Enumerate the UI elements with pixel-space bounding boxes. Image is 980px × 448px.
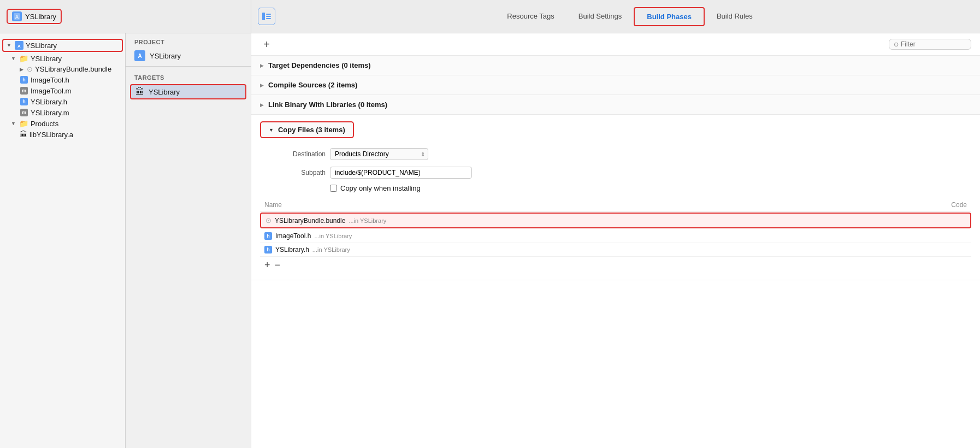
cs-arrow: ▶ [260, 82, 264, 88]
subpath-input[interactable] [330, 167, 472, 179]
tree-label-yslibrary: YSLibrary [31, 55, 62, 63]
products-arrow: ▼ [11, 121, 16, 126]
top-bar: A YSLibrary Resource Tags Build Settings… [0, 0, 980, 33]
nav-item-target[interactable]: 🏛 YSLibrary [130, 84, 246, 99]
tree-label-bundle: YSLibraryBundle.bundle [35, 65, 111, 73]
cf-title: Copy Files (3 items) [278, 126, 345, 134]
sidebar-toggle-icon [262, 13, 271, 20]
lib-icon: 🏛 [20, 130, 27, 139]
project-nav: PROJECT A YSLibrary TARGETS 🏛 YSLibrary [126, 33, 251, 448]
tab-resource-tags[interactable]: Resource Tags [495, 8, 566, 26]
copy-only-checkbox[interactable] [330, 185, 337, 192]
bundle-file-location: ...in YSLibrary [349, 217, 386, 224]
h-icon-yslibrary: h [20, 97, 28, 106]
nav-item-project-label: YSLibrary [150, 52, 181, 60]
filter-box[interactable]: ⊜ [889, 39, 971, 50]
file-row-imagetool-h[interactable]: h ImageTool.h ...in YSLibrary [260, 229, 971, 243]
phase-link-binary: ▶ Link Binary With Libraries (0 items) [251, 95, 980, 115]
tree-label-yslibrary-m: YSLibrary.m [31, 109, 69, 117]
imagetool-h-file-location: ...in YSLibrary [314, 233, 352, 239]
sidebar-toggle-button[interactable] [258, 8, 275, 25]
tab-build-settings[interactable]: Build Settings [566, 8, 634, 26]
folder-arrow-root: ▼ [7, 43, 11, 48]
tree-item-imagetool-h[interactable]: h ImageTool.h [0, 74, 125, 85]
destination-select[interactable]: Products Directory [330, 148, 428, 160]
tab-nav: Resource Tags Build Settings Build Phase… [280, 7, 980, 26]
phase-copy-files: ▼ Copy Files (3 items) Destination Produ… [251, 115, 980, 280]
project-nav-icon: A [134, 50, 145, 61]
tree-label-lib: libYSLibrary.a [29, 131, 73, 139]
bp-toolbar: + ⊜ [251, 33, 980, 56]
copy-only-label: Copy only when installing [340, 184, 421, 192]
tree-label-imagetool-h: ImageTool.h [31, 76, 69, 84]
imagetool-h-file-icon: h [264, 232, 272, 240]
targets-section-header: TARGETS [126, 69, 251, 83]
tree-item-imagetool-m[interactable]: m ImageTool.m [0, 85, 125, 96]
remove-file-button[interactable]: − [275, 260, 281, 270]
filter-icon: ⊜ [894, 41, 899, 48]
name-col-header: Name [264, 201, 914, 209]
folder-icon-yslibrary: 📁 [19, 54, 28, 63]
main-layout: ▼ A YSLibrary ▼ 📁 YSLibrary ▶ ⊙ YSLibrar… [0, 33, 980, 448]
tree-item-root[interactable]: ▼ A YSLibrary [2, 39, 123, 52]
tree-item-yslibrary-folder[interactable]: ▼ 📁 YSLibrary [0, 53, 125, 64]
svg-text:A: A [17, 44, 21, 49]
target-icon: 🏛 [135, 87, 144, 97]
phase-compile-sources-header[interactable]: ▶ Compile Sources (2 items) [251, 75, 980, 95]
bundle-arrow: ▶ [20, 67, 23, 72]
tree-label-yslibrary-h: YSLibrary.h [31, 98, 67, 106]
tree-item-yslibrary-h[interactable]: h YSLibrary.h [0, 96, 125, 107]
add-phase-button[interactable]: + [260, 38, 273, 51]
tree-label-root: YSLibrary [26, 42, 57, 50]
tab-build-phases[interactable]: Build Phases [634, 7, 705, 26]
add-file-button[interactable]: + [264, 260, 270, 270]
code-col-header: Code [923, 201, 967, 209]
svg-rect-4 [266, 14, 271, 15]
svg-text:A: A [138, 53, 141, 59]
svg-rect-5 [266, 16, 271, 17]
file-row-yslibrary-h[interactable]: h YSLibrary.h ...in YSLibrary [260, 243, 971, 257]
file-tree: ▼ A YSLibrary ▼ 📁 YSLibrary ▶ ⊙ YSLibrar… [0, 33, 126, 448]
files-table-header: Name Code [260, 199, 971, 211]
bundle-file-label: YSLibraryBundle.bundle [275, 217, 345, 225]
phase-target-dependencies: ▶ Target Dependencies (0 items) [251, 56, 980, 75]
filter-input[interactable] [901, 40, 966, 48]
yslibrary-h-file-icon: h [264, 246, 272, 254]
file-row-yslibrary-name: h YSLibrary.h ...in YSLibrary [264, 246, 967, 254]
svg-rect-6 [266, 18, 271, 19]
phase-compile-sources: ▶ Compile Sources (2 items) [251, 75, 980, 95]
tree-item-lib[interactable]: 🏛 libYSLibrary.a [0, 129, 125, 140]
h-icon-imagetool: h [20, 75, 28, 84]
tab-build-rules[interactable]: Build Rules [705, 8, 765, 26]
tree-item-bundle[interactable]: ▶ ⊙ YSLibraryBundle.bundle [0, 64, 125, 74]
td-title: Target Dependencies (0 items) [268, 61, 371, 69]
tree-item-products[interactable]: ▼ 📁 Products [0, 118, 125, 129]
file-row-bundle[interactable]: ⊙ YSLibraryBundle.bundle ...in YSLibrary [260, 213, 971, 228]
phase-target-dependencies-header[interactable]: ▶ Target Dependencies (0 items) [251, 56, 980, 75]
folder-arrow-yslibrary: ▼ [11, 56, 16, 61]
project-title-box[interactable]: A YSLibrary [7, 9, 62, 24]
file-row-imagetool-name: h ImageTool.h ...in YSLibrary [264, 232, 967, 240]
tree-label-imagetool-m: ImageTool.m [31, 87, 71, 95]
svg-rect-3 [262, 13, 265, 20]
destination-row: Destination Products Directory [260, 145, 971, 163]
copy-files-header[interactable]: ▼ Copy Files (3 items) [260, 121, 354, 138]
lb-title: Link Binary With Libraries (0 items) [268, 101, 387, 109]
tree-item-yslibrary-m[interactable]: m YSLibrary.m [0, 107, 125, 118]
bundle-file-icon: ⊙ [265, 216, 271, 225]
project-icon: A [12, 11, 22, 21]
project-section-header: PROJECT [126, 33, 251, 48]
top-bar-center: Resource Tags Build Settings Build Phase… [251, 0, 980, 33]
phase-link-binary-header[interactable]: ▶ Link Binary With Libraries (0 items) [251, 95, 980, 114]
files-table-footer: + − [260, 257, 971, 273]
destination-select-wrapper[interactable]: Products Directory [330, 148, 428, 160]
nav-item-target-label: YSLibrary [149, 88, 180, 96]
project-file-icon: A [15, 41, 23, 50]
copy-only-row: Copy only when installing [330, 182, 971, 194]
copy-files-content: Destination Products Directory Subpath C [251, 145, 980, 280]
nav-item-project[interactable]: A YSLibrary [126, 48, 251, 64]
lb-arrow: ▶ [260, 102, 264, 108]
top-bar-left: A YSLibrary [0, 0, 251, 33]
m-icon-imagetool: m [20, 86, 28, 95]
subpath-label: Subpath [260, 169, 326, 176]
